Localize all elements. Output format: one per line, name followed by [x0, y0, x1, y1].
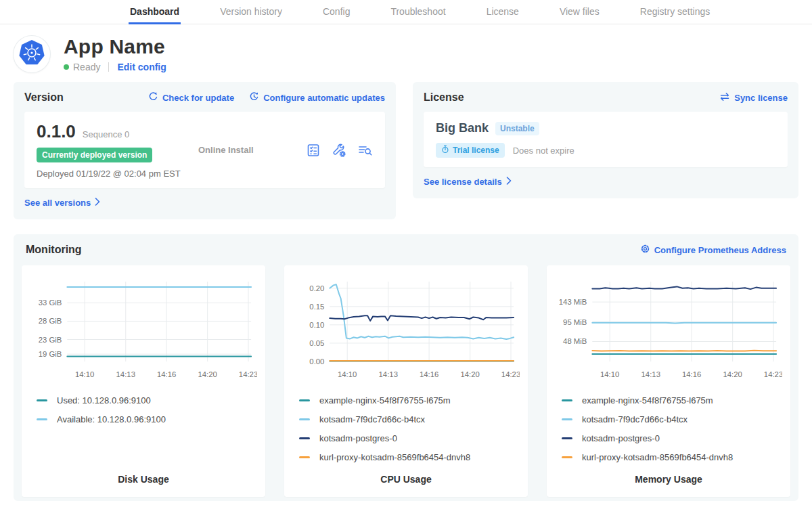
legend-swatch — [37, 399, 47, 401]
disk-usage-legend: Used: 10.128.0.96:9100 Available: 10.128… — [30, 395, 257, 424]
check-for-update-link[interactable]: Check for update — [148, 91, 234, 104]
svg-text:28 GiB: 28 GiB — [39, 317, 62, 325]
legend-label: example-nginx-54f8f76755-l675m — [582, 395, 713, 405]
kubernetes-logo-icon — [18, 39, 46, 70]
svg-text:14:16: 14:16 — [157, 370, 176, 378]
license-card-title: License — [424, 91, 464, 104]
legend-item: kotsadm-7f9dc7d66c-b4tcx — [299, 414, 520, 424]
svg-text:14:20: 14:20 — [723, 370, 742, 378]
svg-text:14:20: 14:20 — [198, 370, 217, 378]
legend-label: kurl-proxy-kotsadm-8569fb6454-dnvh8 — [582, 452, 733, 462]
legend-label: Used: 10.128.0.96:9100 — [57, 395, 151, 405]
deployed-timestamp: Deployed 01/19/22 @ 02:04 pm EST — [37, 169, 189, 179]
schedule-icon — [249, 91, 259, 104]
svg-text:143 MiB: 143 MiB — [559, 298, 587, 306]
legend-item: example-nginx-54f8f76755-l675m — [562, 395, 782, 405]
tab-registry-settings[interactable]: Registry settings — [639, 0, 711, 24]
svg-text:14:10: 14:10 — [75, 370, 94, 378]
legend-item: kotsadm-postgres-0 — [299, 433, 520, 443]
chevron-right-icon — [95, 198, 100, 208]
license-panel: Big Bank Unstable Trial license Does not… — [424, 112, 788, 167]
edit-config-link[interactable]: Edit config — [117, 62, 166, 72]
legend-label: kurl-proxy-kotsadm-8569fb6454-dnvh8 — [319, 452, 470, 462]
divider — [108, 62, 109, 72]
svg-text:14:23: 14:23 — [764, 370, 782, 378]
channel-badge: Unstable — [495, 122, 539, 135]
config-wrench-icon[interactable] — [332, 143, 346, 158]
legend-item: kotsadm-7f9dc7d66c-b4tcx — [562, 414, 782, 424]
configure-automatic-updates-link[interactable]: Configure automatic updates — [249, 91, 385, 104]
memory-usage-legend: example-nginx-54f8f76755-l675m kotsadm-7… — [555, 395, 782, 462]
sync-arrows-icon — [719, 92, 730, 104]
expiry-text: Does not expire — [513, 146, 574, 156]
legend-swatch — [562, 399, 572, 401]
svg-text:14:23: 14:23 — [239, 370, 257, 378]
tab-view-files[interactable]: View files — [558, 0, 601, 24]
legend-item: kurl-proxy-kotsadm-8569fb6454-dnvh8 — [562, 452, 782, 462]
cpu-usage-panel: 14:1014:1314:1614:2014:230.200.150.100.0… — [284, 265, 528, 497]
deployed-badge: Currently deployed version — [37, 148, 152, 162]
cpu-usage-chart: 14:1014:1314:1614:2014:230.200.150.100.0… — [292, 275, 520, 389]
legend-swatch — [562, 437, 572, 439]
deploy-logs-icon[interactable] — [357, 143, 373, 158]
sync-license-link[interactable]: Sync license — [719, 92, 788, 104]
chart-title: Memory Usage — [555, 474, 782, 489]
svg-text:95 MiB: 95 MiB — [563, 318, 587, 326]
legend-swatch — [562, 418, 572, 420]
configure-prometheus-link[interactable]: Configure Prometheus Address — [640, 244, 786, 256]
legend-swatch — [299, 399, 310, 401]
svg-text:48 MiB: 48 MiB — [563, 337, 587, 345]
preflight-checklist-icon[interactable] — [306, 143, 321, 158]
legend-item: example-nginx-54f8f76755-l675m — [299, 395, 520, 405]
cpu-usage-legend: example-nginx-54f8f76755-l675m kotsadm-7… — [292, 395, 520, 462]
tab-troubleshoot[interactable]: Troubleshoot — [389, 0, 447, 24]
version-card-title: Version — [24, 91, 64, 104]
svg-text:14:16: 14:16 — [420, 370, 438, 378]
disk-usage-panel: 14:1014:1314:1614:2014:2333 GiB28 GiB23 … — [22, 265, 265, 497]
legend-label: kotsadm-postgres-0 — [319, 433, 397, 443]
memory-usage-chart: 14:1014:1314:1614:2014:23143 MiB95 MiB48… — [555, 275, 782, 389]
tab-license[interactable]: License — [485, 0, 520, 24]
see-license-details-link[interactable]: See license details — [424, 177, 512, 187]
tab-version-history[interactable]: Version history — [219, 0, 284, 24]
legend-label: example-nginx-54f8f76755-l675m — [319, 395, 451, 405]
svg-text:0.10: 0.10 — [309, 321, 324, 329]
legend-item: Available: 10.128.0.96:9100 — [37, 414, 257, 424]
svg-text:0.05: 0.05 — [309, 339, 324, 347]
chart-title: CPU Usage — [292, 474, 520, 489]
memory-usage-panel: 14:1014:1314:1614:2014:23143 MiB95 MiB48… — [547, 265, 790, 497]
tab-config[interactable]: Config — [321, 0, 351, 24]
tab-dashboard[interactable]: Dashboard — [129, 0, 181, 24]
svg-text:0.00: 0.00 — [309, 357, 324, 366]
chart-title: Disk Usage — [30, 474, 257, 489]
disk-usage-chart: 14:1014:1314:1614:2014:2333 GiB28 GiB23 … — [30, 275, 257, 389]
install-type-label: Online Install — [198, 145, 254, 155]
svg-text:33 GiB: 33 GiB — [39, 299, 62, 307]
refresh-icon — [148, 91, 158, 104]
legend-item: kurl-proxy-kotsadm-8569fb6454-dnvh8 — [299, 452, 520, 462]
legend-swatch — [299, 437, 310, 439]
svg-text:14:13: 14:13 — [379, 370, 398, 378]
page-title: App Name — [64, 35, 166, 58]
svg-text:14:10: 14:10 — [338, 370, 357, 378]
app-header: App Name Ready Edit config — [0, 24, 812, 79]
svg-text:14:13: 14:13 — [116, 370, 135, 378]
stopwatch-icon — [441, 145, 449, 156]
see-all-versions-link[interactable]: See all versions — [24, 198, 100, 208]
monitoring-title: Monitoring — [26, 244, 82, 256]
customer-name: Big Bank — [436, 121, 489, 135]
version-number: 0.1.0 — [37, 121, 76, 142]
legend-item: Used: 10.128.0.96:9100 — [37, 395, 257, 405]
current-version-panel: 0.1.0 Sequence 0 Currently deployed vers… — [24, 112, 385, 188]
svg-text:0.15: 0.15 — [309, 303, 324, 311]
svg-text:23 GiB: 23 GiB — [39, 335, 62, 343]
svg-text:14:10: 14:10 — [600, 370, 619, 378]
svg-text:14:16: 14:16 — [682, 370, 701, 378]
legend-label: kotsadm-postgres-0 — [582, 433, 660, 443]
top-navigation: Dashboard Version history Config Trouble… — [0, 0, 812, 24]
svg-text:14:20: 14:20 — [460, 370, 479, 378]
legend-label: kotsadm-7f9dc7d66c-b4tcx — [319, 414, 425, 424]
legend-item: kotsadm-postgres-0 — [562, 433, 782, 443]
legend-label: Available: 10.128.0.96:9100 — [57, 414, 166, 424]
svg-text:0.20: 0.20 — [309, 284, 324, 292]
